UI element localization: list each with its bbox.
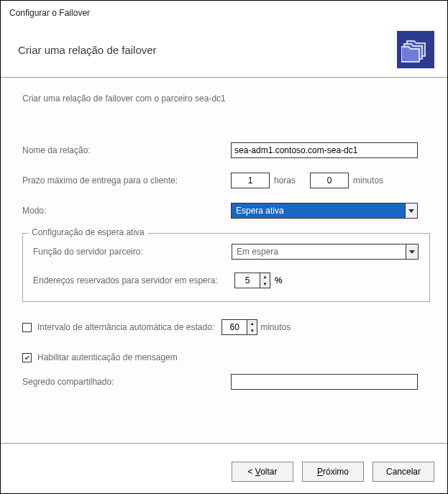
folder-icon	[397, 31, 434, 68]
hours-input[interactable]	[231, 173, 270, 188]
auto-switch-minutes-unit: minutos	[260, 322, 291, 332]
relation-name-label: Nome da relação:	[22, 145, 231, 155]
spinner-up-button[interactable]: ▲	[260, 273, 270, 280]
page-title: Criar uma relação de failover	[18, 44, 157, 56]
shared-secret-label: Segredo compartilhado:	[22, 377, 231, 387]
auto-switch-label: Intervalo de alternância automática de e…	[37, 322, 214, 332]
msg-auth-checkbox[interactable]: ✔	[22, 353, 32, 362]
header: Criar uma relação de failover	[1, 21, 447, 77]
wizard-button-bar: < Voltar Próximo Cancelar	[232, 462, 434, 482]
relation-name-input[interactable]	[231, 142, 418, 158]
partner-role-select[interactable]: Em espera	[232, 244, 419, 260]
shared-secret-input[interactable]	[231, 374, 418, 390]
minutes-input[interactable]	[310, 173, 349, 188]
content-panel: Criar uma relação de failover com o parc…	[1, 77, 447, 444]
minutes-unit: minutos	[353, 175, 383, 186]
spinner-down-button[interactable]: ▼	[260, 280, 270, 288]
window-title: Configurar o Failover	[1, 1, 447, 21]
spinner-up-button[interactable]: ▲	[247, 320, 257, 327]
chevron-down-icon[interactable]	[406, 244, 419, 260]
spinner-down-button[interactable]: ▼	[247, 327, 257, 334]
auto-switch-minutes-input[interactable]	[221, 319, 247, 335]
mode-label: Modo:	[22, 206, 231, 216]
chevron-down-icon[interactable]	[405, 203, 418, 219]
percent-unit: %	[275, 275, 283, 285]
back-button[interactable]: < Voltar	[232, 462, 293, 482]
groupbox-legend: Configuração de espera ativa	[29, 227, 147, 237]
msg-auth-label: Habilitar autenticação de mensagem	[37, 352, 178, 362]
auto-switch-checkbox[interactable]	[22, 323, 32, 332]
active-standby-groupbox: Configuração de espera ativa Função do s…	[22, 233, 430, 302]
auto-switch-minutes-stepper[interactable]: ▲ ▼	[221, 319, 257, 335]
partner-role-label: Função do servidor parceiro:	[33, 247, 232, 257]
reserved-percent-stepper[interactable]: ▲ ▼	[234, 273, 270, 288]
next-button[interactable]: Próximo	[302, 462, 364, 482]
hours-unit: horas	[274, 175, 296, 186]
mode-select[interactable]: Espera ativa	[231, 203, 418, 219]
reserved-addresses-label: Endereços reservados para servidor em es…	[33, 275, 234, 285]
intro-text: Criar uma relação de failover com o parc…	[22, 93, 430, 104]
cancel-button[interactable]: Cancelar	[372, 462, 434, 482]
reserved-percent-input[interactable]	[234, 273, 260, 288]
max-client-delivery-label: Prazo máximo de entrega para o cliente:	[22, 175, 231, 186]
